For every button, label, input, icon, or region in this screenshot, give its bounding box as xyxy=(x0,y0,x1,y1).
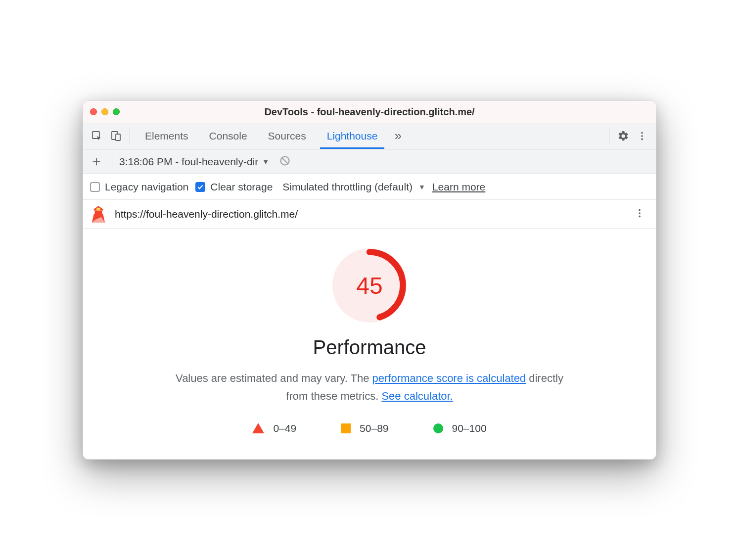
svg-rect-2 xyxy=(116,134,120,140)
more-tabs-button[interactable]: » xyxy=(388,128,407,143)
throttling-label: Simulated throttling (default) xyxy=(282,181,413,193)
divider xyxy=(130,129,130,143)
lighthouse-report: 45 Performance Values are estimated and … xyxy=(83,229,656,459)
performance-title: Performance xyxy=(123,336,616,359)
device-toolbar-icon[interactable] xyxy=(107,127,125,145)
report-menu-button[interactable] xyxy=(631,205,648,224)
divider xyxy=(112,156,112,168)
triangle-icon xyxy=(252,423,264,433)
chevron-right-icon: » xyxy=(394,128,401,143)
performance-score: 45 xyxy=(332,248,407,323)
chevron-down-icon: ▼ xyxy=(262,158,269,166)
throttling-selector[interactable]: Simulated throttling (default) ▼ xyxy=(282,181,425,193)
legend-label: 90–100 xyxy=(452,422,487,434)
report-url-row: https://foul-heavenly-direction.glitch.m… xyxy=(83,200,656,229)
chevron-down-icon: ▼ xyxy=(418,183,425,191)
see-calculator-link[interactable]: See calculator. xyxy=(381,390,453,402)
svg-point-15 xyxy=(639,209,641,211)
minimize-window-button[interactable] xyxy=(101,108,108,115)
svg-rect-11 xyxy=(95,210,102,214)
svg-rect-13 xyxy=(96,208,100,211)
tab-label: Sources xyxy=(268,130,306,142)
devtools-tabstrip: Elements Console Sources Lighthouse » xyxy=(83,123,656,149)
report-selector[interactable]: 3:18:06 PM - foul-heavenly-dir ▼ xyxy=(119,156,269,168)
svg-line-9 xyxy=(282,158,288,164)
inspect-element-icon[interactable] xyxy=(88,127,106,145)
svg-point-5 xyxy=(641,138,643,140)
tab-console[interactable]: Console xyxy=(199,123,257,149)
option-label: Clear storage xyxy=(210,181,273,193)
tab-label: Elements xyxy=(145,130,188,142)
divider xyxy=(609,129,609,143)
settings-button[interactable] xyxy=(614,127,632,145)
new-report-button[interactable] xyxy=(88,153,105,170)
clear-report-button[interactable] xyxy=(279,155,291,169)
svg-point-16 xyxy=(639,212,641,214)
desc-text: Values are estimated and may vary. The xyxy=(176,372,372,384)
legacy-navigation-option[interactable]: Legacy navigation xyxy=(90,181,188,193)
prohibit-icon xyxy=(279,155,291,167)
legend-label: 50–89 xyxy=(360,422,388,434)
score-legend: 0–49 50–89 90–100 xyxy=(123,422,616,434)
window-title: DevTools - foul-heavenly-direction.glitc… xyxy=(264,106,474,118)
tab-elements[interactable]: Elements xyxy=(135,123,198,149)
svg-point-3 xyxy=(641,132,643,134)
square-icon xyxy=(341,423,351,433)
legend-fail: 0–49 xyxy=(252,422,296,434)
titlebar: DevTools - foul-heavenly-direction.glitc… xyxy=(83,101,656,123)
close-window-button[interactable] xyxy=(90,108,97,115)
tab-sources[interactable]: Sources xyxy=(258,123,316,149)
tab-label: Lighthouse xyxy=(327,130,378,142)
svg-point-4 xyxy=(641,135,643,137)
report-url: https://foul-heavenly-direction.glitch.m… xyxy=(115,208,622,220)
tab-label: Console xyxy=(209,130,247,142)
performance-gauge[interactable]: 45 xyxy=(123,248,616,323)
performance-description: Values are estimated and may vary. The p… xyxy=(167,370,572,404)
lighthouse-toolbar: 3:18:06 PM - foul-heavenly-dir ▼ xyxy=(83,149,656,174)
checkbox-checked-icon[interactable] xyxy=(195,182,205,192)
lighthouse-icon xyxy=(91,206,106,223)
legend-average: 50–89 xyxy=(341,422,388,434)
traffic-lights xyxy=(90,108,120,115)
maximize-window-button[interactable] xyxy=(113,108,120,115)
score-calculated-link[interactable]: performance score is calculated xyxy=(372,372,526,384)
clear-storage-option[interactable]: Clear storage xyxy=(195,181,273,193)
plus-icon xyxy=(91,156,102,167)
legend-label: 0–49 xyxy=(273,422,296,434)
svg-point-17 xyxy=(639,215,641,217)
gear-icon xyxy=(617,130,629,142)
option-label: Legacy navigation xyxy=(105,181,188,193)
legend-pass: 90–100 xyxy=(433,422,487,434)
kebab-icon xyxy=(637,131,647,141)
learn-more-link[interactable]: Learn more xyxy=(432,181,485,193)
tab-lighthouse[interactable]: Lighthouse xyxy=(317,123,388,149)
circle-icon xyxy=(433,423,443,433)
checkbox-unchecked-icon[interactable] xyxy=(90,182,100,192)
devtools-window: DevTools - foul-heavenly-direction.glitc… xyxy=(83,100,656,459)
kebab-icon xyxy=(634,208,645,219)
more-options-button[interactable] xyxy=(633,127,651,145)
lighthouse-options: Legacy navigation Clear storage Simulate… xyxy=(83,174,656,200)
report-selector-label: 3:18:06 PM - foul-heavenly-dir xyxy=(119,156,258,168)
